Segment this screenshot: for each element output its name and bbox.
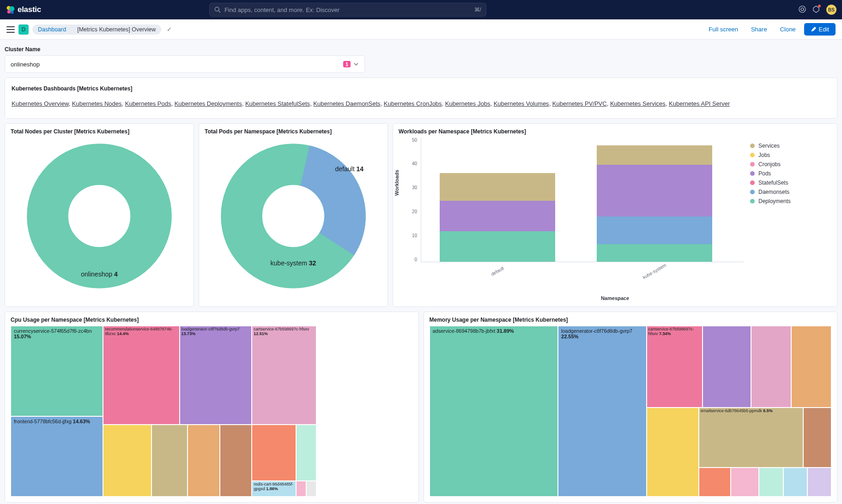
workloads-ylabel: Workloads: [394, 170, 400, 196]
panel-memory: Memory Usage per Namespace [Metrics Kube…: [424, 312, 838, 503]
legend-item[interactable]: Cronjobs: [750, 160, 830, 169]
panel-nodes-title: Total Nodes per Cluster [Metrics Kuberne…: [11, 128, 188, 135]
global-header: elastic ⌘/ BS: [0, 0, 842, 19]
panel-memory-title: Memory Usage per Namespace [Metrics Kube…: [430, 317, 832, 323]
cluster-selector[interactable]: onlineshop 1: [5, 55, 365, 73]
pods-donut-label-default: default 14: [335, 165, 363, 173]
svg-point-2: [7, 10, 11, 14]
dashlink[interactable]: Kubernetes StatefulSets: [245, 100, 310, 107]
dashlink[interactable]: Kubernetes CronJobs: [384, 100, 442, 107]
clone-button[interactable]: Clone: [775, 24, 800, 35]
panel-pods-title: Total Pods per Namespace [Metrics Kubern…: [205, 128, 382, 135]
edit-button-label: Edit: [819, 26, 829, 33]
cluster-count-badge: 1: [343, 61, 351, 67]
fullscreen-button[interactable]: Full screen: [704, 24, 743, 35]
nodes-donut-chart[interactable]: [25, 142, 173, 290]
pods-donut-chart[interactable]: [219, 142, 367, 290]
app-header: D Dashboard [Metrics Kubernetes] Overvie…: [0, 19, 842, 40]
panel-cpu: Cpu Usage per Namespace [Metrics Kuberne…: [5, 312, 419, 503]
dashlink[interactable]: Kubernetes Deployments: [175, 100, 242, 107]
dashlink[interactable]: Kubernetes Jobs: [445, 100, 491, 107]
legend-item[interactable]: Jobs: [750, 150, 830, 160]
panel-pods: Total Pods per Namespace [Metrics Kubern…: [199, 123, 388, 307]
cpu-treemap[interactable]: currencyservice-574f65d7f8-zc4bn 15.07% …: [11, 326, 413, 497]
newsfeed-icon[interactable]: [812, 6, 820, 14]
panel-nodes: Total Nodes per Cluster [Metrics Kuberne…: [5, 123, 194, 307]
pods-donut-label-kubesystem: kube-system 32: [271, 259, 316, 267]
svg-point-3: [11, 11, 13, 14]
pencil-icon: [811, 27, 816, 32]
brand-logo[interactable]: elastic: [6, 5, 41, 14]
legend-item[interactable]: Pods: [750, 169, 830, 178]
dashlink[interactable]: Kubernetes DaemonSets: [313, 100, 380, 107]
cluster-value: onlineshop: [11, 61, 40, 68]
nodes-donut-label: onlineshop 4: [81, 270, 117, 278]
breadcrumb-dashboard[interactable]: Dashboard: [32, 24, 72, 35]
svg-point-8: [48, 164, 151, 268]
breadcrumb-current[interactable]: [Metrics Kubernetes] Overview: [72, 24, 161, 35]
user-avatar[interactable]: BS: [826, 5, 836, 15]
svg-point-7: [801, 8, 804, 11]
svg-point-6: [799, 6, 806, 12]
space-badge[interactable]: D: [18, 24, 29, 35]
legend-item[interactable]: Deployments: [750, 197, 830, 206]
legend-item[interactable]: Daemonsets: [750, 187, 830, 197]
elastic-icon: [6, 5, 15, 14]
bar-default[interactable]: default: [440, 173, 555, 262]
workloads-legend: ServicesJobsCronjobsPodsStatefulSetsDaem…: [748, 138, 831, 276]
bar-kube-system[interactable]: kube-system: [597, 145, 712, 262]
cluster-name-label: Cluster Name: [5, 46, 837, 53]
dashlink[interactable]: Kubernetes API Server: [669, 100, 730, 107]
dashlinks-list: Kubernetes Overview, Kubernetes Nodes, K…: [12, 98, 830, 110]
share-button[interactable]: Share: [746, 24, 772, 35]
search-icon: [214, 6, 221, 13]
svg-point-4: [215, 7, 219, 11]
panel-cpu-title: Cpu Usage per Namespace [Metrics Kuberne…: [11, 317, 413, 323]
legend-item[interactable]: Services: [750, 141, 830, 150]
dashlinks-title: Kubernetes Dashboards [Metrics Kubernete…: [12, 85, 830, 92]
edit-button[interactable]: Edit: [804, 23, 836, 36]
dashlink[interactable]: Kubernetes Volumes: [494, 100, 549, 107]
panel-workloads: Workloads per Namespace [Metrics Kuberne…: [393, 123, 837, 307]
dashlink[interactable]: Kubernetes PV/PVC: [552, 100, 607, 107]
memory-treemap[interactable]: adservice-8694798b7b-jbfxt 31.89% loadge…: [430, 326, 832, 497]
saved-check-icon: ✓: [167, 26, 172, 33]
legend-item[interactable]: StatefulSets: [750, 178, 830, 187]
svg-line-5: [218, 11, 220, 12]
kbd-hint: ⌘/: [474, 6, 481, 13]
help-icon[interactable]: [799, 6, 806, 14]
global-search-input[interactable]: [224, 6, 471, 13]
dashlink[interactable]: Kubernetes Overview: [12, 100, 69, 107]
dashlink[interactable]: Kubernetes Nodes: [72, 100, 122, 107]
dashlink[interactable]: Kubernetes Services: [610, 100, 666, 107]
breadcrumb: Dashboard [Metrics Kubernetes] Overview: [32, 24, 161, 35]
global-search[interactable]: ⌘/: [209, 3, 486, 17]
panel-workloads-title: Workloads per Namespace [Metrics Kuberne…: [399, 128, 831, 135]
workloads-bar-chart[interactable]: Workloads 50403020100 default: [399, 138, 744, 276]
dashlink[interactable]: Kubernetes Pods: [125, 100, 171, 107]
brand-text: elastic: [18, 5, 41, 14]
nav-toggle-icon[interactable]: [6, 26, 15, 33]
dashboard-links-panel: Kubernetes Dashboards [Metrics Kubernete…: [5, 78, 837, 119]
chevron-down-icon: [353, 61, 359, 67]
